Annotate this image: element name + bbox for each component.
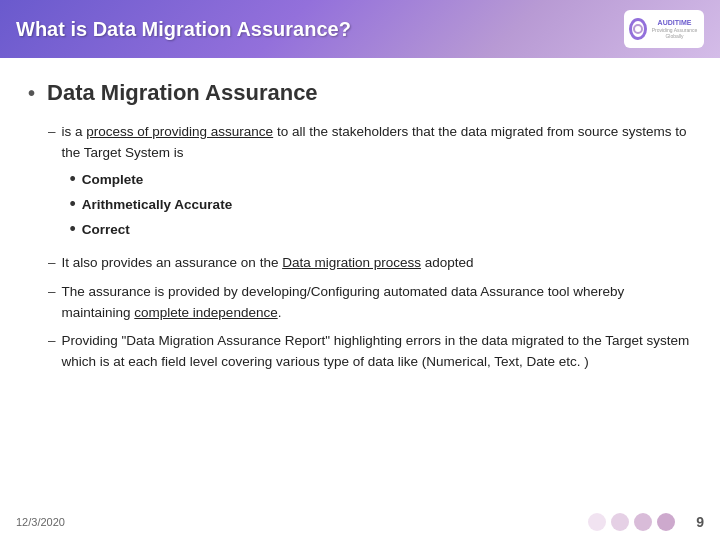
dash3-underline: complete independence: [134, 305, 277, 320]
header: What is Data Migration Assurance? AUDITI…: [0, 0, 720, 58]
dash-sym-2: –: [48, 253, 56, 274]
dash-sym-3: –: [48, 282, 56, 324]
dash-content-1: is a process of providing assurance to a…: [62, 122, 692, 245]
footer: 12/3/2020 9: [0, 504, 720, 540]
deco-dot-1: [588, 513, 606, 531]
sub-dot-accurate: •: [70, 195, 76, 215]
sub-bullet-accurate: • Arithmetically Accurate: [70, 195, 692, 216]
section-bullet: •: [28, 78, 35, 109]
logo-area: AUDITIME Providing Assurance Globally: [624, 10, 704, 48]
sub-dot-complete: •: [70, 170, 76, 190]
logo-brand: AUDITIME: [650, 19, 699, 27]
sub-bullet-complete: • Complete: [70, 170, 692, 191]
dash-sym-4: –: [48, 331, 56, 373]
main-content: • Data Migration Assurance – is a proces…: [0, 58, 720, 391]
dash-content-2: It also provides an assurance on the Dat…: [62, 253, 692, 274]
dash1-text: is a process of providing assurance to a…: [62, 124, 687, 160]
footer-date: 12/3/2020: [16, 516, 65, 528]
logo-icon: [629, 18, 647, 40]
dash-content-3: The assurance is provided by developing/…: [62, 282, 692, 324]
footer-page-number: 9: [696, 514, 704, 530]
sub-dot-correct: •: [70, 220, 76, 240]
footer-decoration: 9: [588, 513, 704, 531]
dash-item-3: – The assurance is provided by developin…: [48, 282, 692, 324]
dash1-underline: process of providing assurance: [86, 124, 273, 139]
dash4-text: Providing "Data Migration Assurance Repo…: [62, 333, 690, 369]
sub-bullet-correct: • Correct: [70, 220, 692, 241]
dash3-text: The assurance is provided by developing/…: [62, 284, 625, 320]
dash2-text: It also provides an assurance on the Dat…: [62, 255, 474, 270]
deco-dot-3: [634, 513, 652, 531]
dash-content-4: Providing "Data Migration Assurance Repo…: [62, 331, 692, 373]
sub-label-complete: Complete: [82, 170, 144, 191]
dash-sym-1: –: [48, 122, 56, 245]
dash-item-4: – Providing "Data Migration Assurance Re…: [48, 331, 692, 373]
deco-dot-2: [611, 513, 629, 531]
logo-tagline: Providing Assurance Globally: [650, 27, 699, 39]
dash-item-2: – It also provides an assurance on the D…: [48, 253, 692, 274]
section-title-text: Data Migration Assurance: [47, 76, 318, 110]
header-title: What is Data Migration Assurance?: [16, 18, 351, 41]
sub-label-accurate: Arithmetically Accurate: [82, 195, 232, 216]
dash-item-1: – is a process of providing assurance to…: [48, 122, 692, 245]
dash2-underline: Data migration process: [282, 255, 421, 270]
sub-bullets-1: • Complete • Arithmetically Accurate • C…: [70, 170, 692, 241]
section-title: • Data Migration Assurance: [28, 76, 692, 110]
deco-dot-4: [657, 513, 675, 531]
sub-label-correct: Correct: [82, 220, 130, 241]
